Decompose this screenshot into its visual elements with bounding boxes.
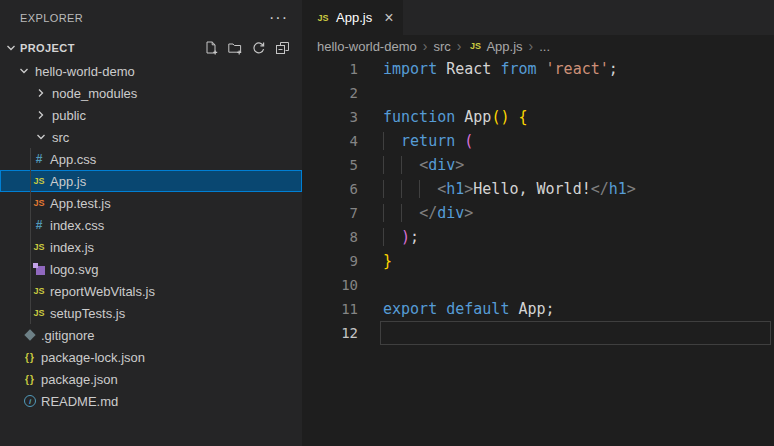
line-number[interactable]: 10 — [302, 273, 378, 297]
tree-item-app-js[interactable]: JSApp.js — [0, 170, 302, 192]
code-line-1[interactable]: 1import React from 'react'; — [302, 57, 774, 81]
explorer-header: EXPLORER ··· — [0, 0, 302, 36]
chevron-right-icon[interactable] — [33, 85, 49, 101]
code-token: import — [383, 60, 437, 78]
code-token: div — [428, 156, 455, 174]
code-line-text: function App() { — [378, 105, 774, 129]
git-diamond-icon — [24, 329, 35, 340]
breadcrumb-label: src — [433, 39, 450, 54]
tree-item-src[interactable]: src — [0, 126, 302, 148]
line-number[interactable]: 3 — [302, 105, 378, 129]
tree-item-label: App.css — [50, 152, 96, 167]
js-icon: JS — [31, 239, 47, 255]
chevron-down-icon[interactable] — [33, 129, 49, 145]
code-line-5[interactable]: 5 <div> — [302, 153, 774, 177]
breadcrumb-separator-icon: › — [423, 38, 428, 54]
chevron-down-icon[interactable] — [16, 63, 32, 79]
code-line-12[interactable]: 12 — [302, 321, 774, 345]
tree-item-label: README.md — [41, 394, 118, 409]
tree-item-setuptests-js[interactable]: JSsetupTests.js — [0, 302, 302, 324]
js-icon: JS — [467, 38, 483, 54]
tree-item-app-css[interactable]: #App.css — [0, 148, 302, 170]
info-icon: i — [22, 393, 38, 409]
code-token: < — [419, 156, 428, 174]
tree-item-label: App.js — [50, 174, 86, 189]
code-line-3[interactable]: 3function App() { — [302, 105, 774, 129]
line-number[interactable]: 12 — [302, 321, 378, 345]
code-line-9[interactable]: 9} — [302, 249, 774, 273]
code-line-4[interactable]: 4 return ( — [302, 129, 774, 153]
code-line-7[interactable]: 7 </div> — [302, 201, 774, 225]
collapse-all-button[interactable] — [273, 39, 292, 58]
code-line-text — [380, 321, 771, 345]
explorer-sidebar: EXPLORER ··· PROJECT hello-world-demonod… — [0, 0, 302, 446]
tab-app-js[interactable]: JS App.js × — [302, 0, 403, 35]
tree-item-public[interactable]: public — [0, 104, 302, 126]
code-token: > — [464, 204, 473, 222]
code-line-10[interactable]: 10 — [302, 273, 774, 297]
code-line-text: ); — [378, 225, 774, 249]
code-token: > — [627, 180, 636, 198]
tree-item-logo-svg[interactable]: logo.svg — [0, 258, 302, 280]
code-token — [383, 132, 401, 150]
line-number[interactable]: 4 — [302, 129, 378, 153]
new-folder-button[interactable] — [225, 39, 244, 58]
tree-item-package-json[interactable]: {}package.json — [0, 368, 302, 390]
code-token: Hello, World! — [473, 180, 590, 198]
breadcrumb-item-app-js[interactable]: JSApp.js — [467, 38, 522, 54]
tree-item-index-js[interactable]: JSindex.js — [0, 236, 302, 258]
tree-item-label: package-lock.json — [41, 350, 145, 365]
more-actions-icon[interactable]: ··· — [269, 13, 288, 23]
project-section-header[interactable]: PROJECT — [0, 36, 302, 60]
js-icon: JS — [31, 305, 47, 321]
chevron-right-icon[interactable] — [33, 107, 49, 123]
code-line-text: <div> — [378, 153, 774, 177]
breadcrumb-item-hello-world-demo[interactable]: hello-world-demo — [317, 39, 417, 54]
line-number[interactable]: 5 — [302, 153, 378, 177]
json-icon: {} — [22, 371, 38, 387]
code-line-2[interactable]: 2 — [302, 81, 774, 105]
code-line-text: <h1>Hello, World!</h1> — [378, 177, 774, 201]
new-file-button[interactable] — [201, 39, 220, 58]
line-number[interactable]: 1 — [302, 57, 378, 81]
tree-item--gitignore[interactable]: .gitignore — [0, 324, 302, 346]
tree-item-label: node_modules — [52, 86, 137, 101]
tree-item-readme-md[interactable]: iREADME.md — [0, 390, 302, 412]
chevron-down-icon[interactable] — [3, 40, 19, 56]
code-token — [437, 300, 446, 318]
code-line-11[interactable]: 11export default App; — [302, 297, 774, 321]
close-icon[interactable]: × — [384, 10, 393, 26]
code-token: </ — [591, 180, 609, 198]
code-line-text: export default App; — [378, 297, 774, 321]
code-line-text: return ( — [378, 129, 774, 153]
code-token: > — [464, 180, 473, 198]
js-icon: JS — [31, 283, 47, 299]
line-number[interactable]: 9 — [302, 249, 378, 273]
code-line-8[interactable]: 8 ); — [302, 225, 774, 249]
code-token: React — [446, 60, 491, 78]
refresh-button[interactable] — [249, 39, 268, 58]
line-number[interactable]: 7 — [302, 201, 378, 225]
line-number[interactable]: 6 — [302, 177, 378, 201]
code-token — [401, 204, 419, 222]
tree-item-app-test-js[interactable]: JSApp.test.js — [0, 192, 302, 214]
tree-item-package-lock-json[interactable]: {}package-lock.json — [0, 346, 302, 368]
tab-bar: JS App.js × — [302, 0, 774, 35]
line-number[interactable]: 2 — [302, 81, 378, 105]
code-editor[interactable]: 1import React from 'react';23function Ap… — [302, 57, 774, 345]
line-number[interactable]: 11 — [302, 297, 378, 321]
tree-item-hello-world-demo[interactable]: hello-world-demo — [0, 60, 302, 82]
breadcrumb-item-src[interactable]: src — [433, 39, 450, 54]
tree-item-index-css[interactable]: #index.css — [0, 214, 302, 236]
tree-item-reportwebvitals-js[interactable]: JSreportWebVitals.js — [0, 280, 302, 302]
tree-item-node-modules[interactable]: node_modules — [0, 82, 302, 104]
breadcrumb-item--[interactable]: ... — [539, 39, 550, 54]
tree-indent-guide — [30, 148, 31, 324]
code-line-6[interactable]: 6 <h1>Hello, World!</h1> — [302, 177, 774, 201]
tree-item-label: public — [52, 108, 86, 123]
tree-item-label: src — [52, 130, 69, 145]
code-token: App — [464, 108, 491, 126]
line-number[interactable]: 8 — [302, 225, 378, 249]
code-line-text — [378, 81, 774, 105]
code-token: from — [500, 60, 536, 78]
